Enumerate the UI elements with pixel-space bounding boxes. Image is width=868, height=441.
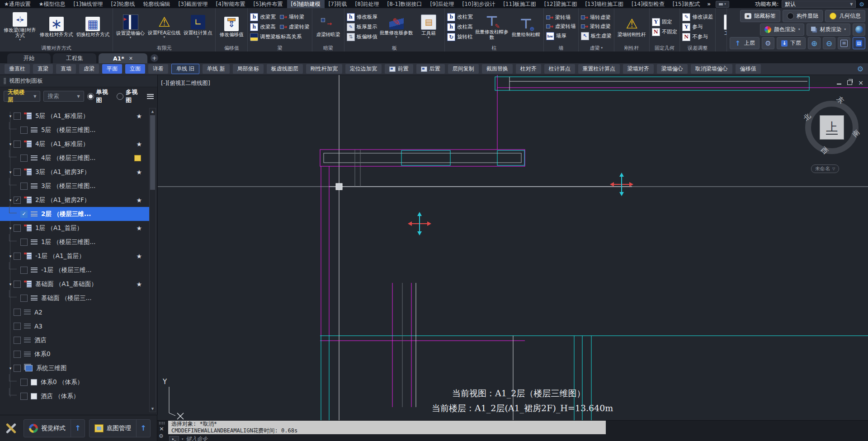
ribbon-button[interactable]: 虚梁转暗梁	[315, 16, 342, 38]
toolbar-button[interactable]: 截面替换	[482, 64, 513, 74]
panel-menu-icon[interactable]	[147, 94, 154, 99]
panel-button[interactable]: 颜色渲染▾	[760, 23, 805, 36]
single-view-option[interactable]: 单视图	[87, 88, 113, 104]
document-tab[interactable]: 工程集	[53, 53, 96, 63]
panel-icon-button[interactable]	[808, 37, 821, 49]
toolbar-button[interactable]: 直梁	[33, 64, 53, 74]
tree-expander-icon[interactable]: ▾	[7, 366, 14, 371]
tree-checkbox[interactable]	[14, 225, 21, 232]
panel-icon-button[interactable]	[853, 23, 865, 36]
tree-expander-icon[interactable]: ▾	[7, 198, 14, 202]
single-view-radio[interactable]	[87, 93, 94, 100]
tree-checkbox[interactable]	[20, 239, 28, 246]
tree-item[interactable]: ▾系统三维图	[0, 361, 149, 375]
menu-item[interactable]: [12]梁施工图	[540, 0, 581, 8]
tree-checkbox[interactable]	[14, 253, 21, 260]
tree-checkbox[interactable]	[20, 267, 28, 274]
tree-item[interactable]: A3	[0, 319, 149, 333]
tree-checkbox[interactable]	[14, 113, 21, 120]
favorite-star-icon[interactable]: ★	[136, 113, 142, 120]
panel-button[interactable]: 隐藏标签	[740, 10, 780, 22]
menu-item[interactable]: ★通用设置	[0, 0, 35, 8]
tree-checkbox[interactable]	[14, 281, 21, 288]
tree-checkbox[interactable]	[14, 309, 21, 316]
ribbon-button[interactable]: 调整梁板标高关系	[250, 33, 302, 41]
floor-filter-select[interactable]: 无锁楼层 ▼	[4, 91, 40, 102]
toolbar-button[interactable]: 板虚线图层	[267, 64, 303, 74]
ribbon-button[interactable]: 梁转墙	[546, 14, 571, 21]
panel-drag-grip-icon[interactable]	[4, 78, 6, 84]
close-icon[interactable]	[858, 80, 863, 85]
toolbar-button[interactable]: 平面	[102, 64, 122, 74]
document-tab[interactable]: 开始	[7, 53, 51, 63]
toolbar-button[interactable]: 单线 旧	[171, 64, 199, 74]
add-tab-button[interactable]	[151, 54, 158, 62]
favorite-star-icon[interactable]: ★	[136, 169, 142, 176]
toolbar-button[interactable]: 垂直柱	[5, 64, 30, 74]
menu-item[interactable]: 轮廓线编辑	[139, 0, 175, 8]
menu-item[interactable]: [10]初步设计	[458, 0, 500, 8]
cad-drawing[interactable]: Y	[157, 75, 868, 420]
tree-item[interactable]: 1层 （楼层三维图...	[0, 235, 149, 249]
tree-checkbox[interactable]	[20, 183, 28, 190]
tree-expander-icon[interactable]: ▾	[7, 282, 14, 286]
menu-thumbnail-dropdown-icon[interactable]	[716, 1, 729, 8]
tree-item[interactable]: 5层 （楼层三维图...	[0, 123, 149, 137]
toolbar-button[interactable]: 详看	[148, 64, 168, 74]
panel-button[interactable]: 构件显隐	[783, 10, 823, 22]
menu-item[interactable]: [5]构件布置	[250, 0, 287, 8]
tree-checkbox[interactable]	[14, 323, 21, 330]
ribbon-button[interactable]: 改梁高	[250, 23, 276, 31]
toolbar-button[interactable]: 刚性杆加宽	[306, 64, 342, 74]
tree-item[interactable]: ▾4层 （A1_标准层）★	[0, 137, 149, 151]
tree-item[interactable]: 4层 （楼层三维图...	[0, 151, 149, 165]
panel-icon-button[interactable]	[838, 37, 850, 49]
menu-gear-icon[interactable]	[859, 1, 864, 8]
tree-item[interactable]: A2	[0, 305, 149, 319]
ribbon-button[interactable]: 固定	[652, 18, 672, 26]
ribbon-button[interactable]: 切换柱对齐方式	[75, 16, 111, 38]
toolbar-button[interactable]: 层间复制	[448, 64, 479, 74]
ribbon-button[interactable]: 不固定	[652, 28, 678, 36]
console-close-icon[interactable]	[159, 426, 167, 432]
ribbon-button[interactable]: 板偏移值	[347, 33, 377, 41]
tree-checkbox[interactable]	[20, 393, 28, 400]
menu-item[interactable]: [8-1]数据接口	[383, 0, 426, 8]
tree-expander-icon[interactable]: ▾	[7, 142, 14, 146]
favorite-star-icon[interactable]: ★	[136, 281, 142, 288]
toolbar-button[interactable]: 前置	[385, 64, 413, 74]
toolbar-button[interactable]: 立面	[125, 64, 145, 74]
ribbon-button[interactable]: 参与	[682, 23, 703, 31]
tree-item[interactable]: 体系0	[0, 347, 149, 361]
visual-style-up-arrow-icon[interactable]	[71, 420, 85, 437]
ribbon-button[interactable]: 设置梁墙偏心▾	[115, 14, 146, 40]
toolbar-button[interactable]: 梁墙偏心	[657, 64, 688, 74]
tree-checkbox[interactable]	[20, 155, 28, 162]
ribbon-button[interactable]: 不参与	[682, 33, 708, 41]
menu-item[interactable]: [9]后处理	[426, 0, 458, 8]
menu-item[interactable]: [13]墙柱施工图	[581, 0, 627, 8]
toolbar-button[interactable]: 偏移值	[736, 64, 761, 74]
tree-checkbox[interactable]	[20, 295, 28, 302]
command-prompt[interactable]: 键入命令	[169, 435, 208, 441]
tree-item[interactable]: -1层 （楼层三维...	[0, 263, 149, 277]
tree-item[interactable]: 体系0 （体系）	[0, 375, 149, 389]
panel-icon-button[interactable]	[823, 37, 835, 49]
ribbon-button[interactable]: 批量修改板参数▾	[379, 14, 414, 39]
menu-item[interactable]: ★模型信息	[35, 0, 70, 8]
layout-select[interactable]: 默认 ▼	[782, 0, 856, 8]
tree-item[interactable]: ▾基础面 （A1_基础面）★	[0, 277, 149, 291]
ribbon-button[interactable]: 修改柱对齐方式	[39, 16, 74, 38]
menu-item[interactable]: [6]辅助建模	[287, 0, 325, 8]
menu-overflow-chevron-icon[interactable]: »	[704, 1, 714, 7]
favorite-star-icon[interactable]: ★	[136, 253, 142, 260]
toolbar-button[interactable]: 直墙	[56, 64, 76, 74]
tree-item[interactable]: 酒店	[0, 333, 149, 347]
tree-item[interactable]: 基础面 （楼层三...	[0, 291, 149, 305]
ribbon-button[interactable]: 修改板厚	[347, 13, 377, 21]
toolbar-button[interactable]: 重置柱计算点	[578, 64, 620, 74]
scrollbar-thumb[interactable]	[150, 115, 155, 190]
ribbon-button[interactable]: 批量修改柱帽参数	[474, 14, 509, 40]
ribbon-button[interactable]: 墙厚	[546, 32, 566, 40]
ribbon-button[interactable]: 墙转虚梁	[581, 14, 611, 21]
